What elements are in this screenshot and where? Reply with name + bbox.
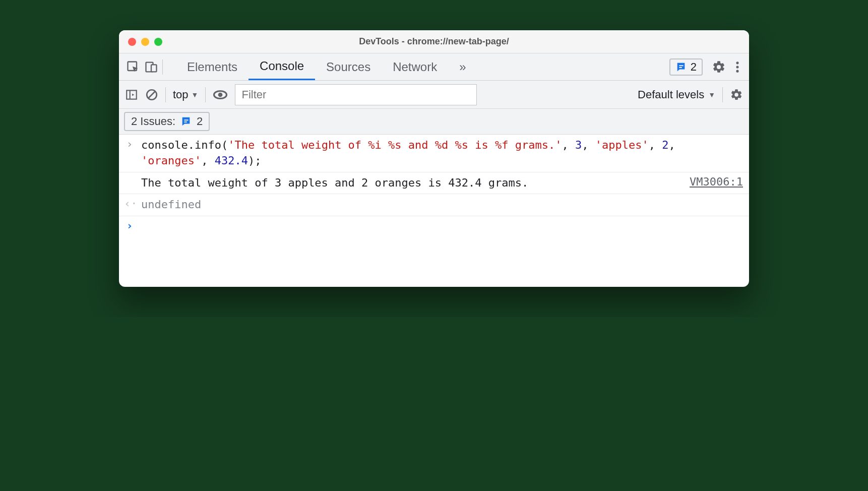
input-marker-icon: › <box>124 138 135 150</box>
svg-point-6 <box>736 66 738 68</box>
console-input-code[interactable]: console.info('The total weight of %i %s … <box>141 138 743 169</box>
issues-counter[interactable]: 2 <box>669 58 703 76</box>
window-title: DevTools - chrome://new-tab-page/ <box>119 36 749 47</box>
clear-console-icon[interactable] <box>145 88 158 101</box>
issues-icon <box>675 62 687 73</box>
close-window-button[interactable] <box>128 38 136 46</box>
tab-console[interactable]: Console <box>249 53 315 80</box>
svg-point-7 <box>736 70 738 72</box>
divider <box>162 59 163 75</box>
levels-label: Default levels <box>638 88 704 101</box>
console-log-text: The total weight of 3 apples and 2 orang… <box>141 175 675 191</box>
inspect-element-icon[interactable] <box>126 60 140 74</box>
settings-icon[interactable] <box>712 60 726 74</box>
console-log-row: The total weight of 3 apples and 2 orang… <box>119 172 749 195</box>
svg-rect-3 <box>679 65 683 66</box>
issues-count: 2 <box>197 115 203 128</box>
svg-point-5 <box>736 62 738 64</box>
issues-bar: 2 Issues: 2 <box>119 109 749 135</box>
panel-tabs: Elements Console Sources Network » <box>176 53 477 80</box>
source-link[interactable]: VM3006:1 <box>681 175 743 188</box>
divider <box>722 87 723 102</box>
svg-rect-14 <box>184 121 187 122</box>
console-settings-icon[interactable] <box>730 88 743 101</box>
titlebar: DevTools - chrome://new-tab-page/ <box>119 30 749 53</box>
console-prompt-row[interactable]: › <box>119 216 749 287</box>
svg-rect-8 <box>127 90 137 99</box>
issues-button[interactable]: 2 Issues: 2 <box>124 112 210 131</box>
devtools-window: DevTools - chrome://new-tab-page/ Elemen… <box>119 30 749 287</box>
more-options-icon[interactable] <box>735 60 740 74</box>
minimize-window-button[interactable] <box>141 38 149 46</box>
issues-icon <box>180 116 192 127</box>
svg-rect-2 <box>151 65 157 72</box>
live-expression-icon[interactable] <box>213 87 228 102</box>
console-input-row: › console.info('The total weight of %i %… <box>119 135 749 172</box>
main-tabbar: Elements Console Sources Network » 2 <box>119 53 749 81</box>
svg-rect-13 <box>184 119 188 120</box>
svg-line-10 <box>149 91 155 98</box>
tabs-overflow-button[interactable]: » <box>448 53 477 80</box>
divider <box>205 87 206 102</box>
dropdown-triangle-icon: ▼ <box>192 91 199 99</box>
console-return-row: ‹· undefined <box>119 194 749 216</box>
svg-point-12 <box>218 92 223 97</box>
console-output: › console.info('The total weight of %i %… <box>119 135 749 287</box>
zoom-window-button[interactable] <box>154 38 162 46</box>
svg-rect-4 <box>679 67 682 68</box>
return-marker-icon: ‹· <box>124 197 135 210</box>
tab-sources[interactable]: Sources <box>315 53 382 80</box>
execution-context-selector[interactable]: top ▼ <box>173 88 198 101</box>
issues-label: 2 Issues: <box>131 115 175 128</box>
tab-elements[interactable]: Elements <box>176 53 249 80</box>
context-label: top <box>173 88 189 101</box>
issues-count: 2 <box>691 60 697 74</box>
prompt-marker-icon: › <box>124 219 135 232</box>
traffic-lights <box>119 38 162 46</box>
device-toolbar-icon[interactable] <box>144 60 158 74</box>
log-levels-selector[interactable]: Default levels ▼ <box>638 88 715 101</box>
divider <box>165 87 166 102</box>
toggle-console-sidebar-icon[interactable] <box>125 88 138 101</box>
console-toolbar: top ▼ Default levels ▼ <box>119 81 749 109</box>
tab-network[interactable]: Network <box>382 53 448 80</box>
filter-input[interactable] <box>235 84 477 105</box>
dropdown-triangle-icon: ▼ <box>708 91 715 99</box>
console-return-value: undefined <box>141 197 743 213</box>
